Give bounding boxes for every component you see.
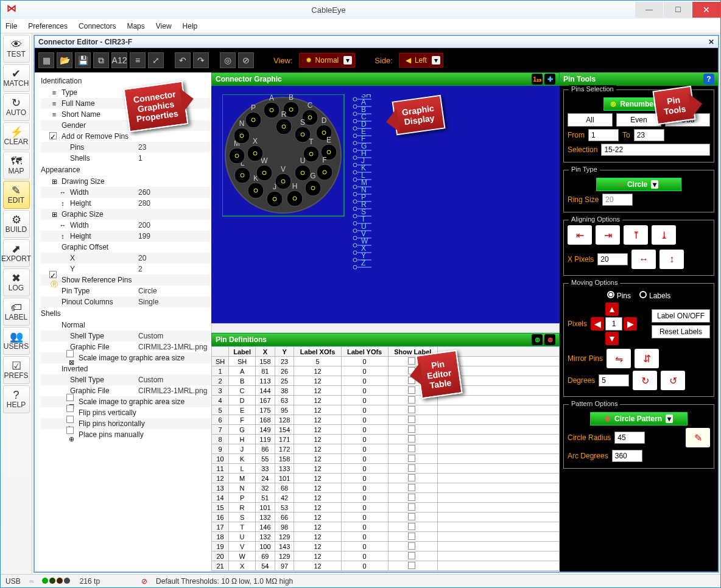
prop-row[interactable]: ↕Height199 (41, 231, 211, 242)
pin-definitions-grid[interactable]: LabelXYLabel XOfsLabel YOfsShow LabelSHS… (211, 346, 560, 572)
labels-radio[interactable] (639, 291, 647, 298)
pattern-select[interactable]: ⊚Circle Pattern (590, 412, 688, 425)
prop-row[interactable]: ⊠Scale image to graphic area size (41, 352, 211, 363)
toolbar-copy-button[interactable]: ⧉ (93, 52, 109, 68)
prop-row[interactable]: Shell TypeCustom (41, 331, 211, 341)
help-icon[interactable]: ? (703, 74, 714, 85)
sidebar-label-button[interactable]: 🏷LABEL (3, 298, 30, 326)
reset-labels-button[interactable]: Reset Labels (652, 325, 710, 338)
mirror-h-button[interactable]: ⇋ (607, 349, 631, 368)
graphic-scrollbar[interactable] (211, 323, 560, 333)
sidebar-prefs-button[interactable]: ☑PREFS (3, 356, 30, 384)
x-pixels-input[interactable] (597, 253, 628, 265)
rotate-ccw-button[interactable]: ↺ (661, 371, 685, 390)
prop-row[interactable]: Normal (41, 320, 211, 331)
pin-type-select[interactable]: ○Circle (596, 178, 681, 191)
graphic-header-btn-2[interactable]: ✚ (544, 74, 555, 85)
menu-maps[interactable]: Maps (127, 22, 144, 30)
menu-help[interactable]: Help (183, 22, 198, 30)
move-up-button[interactable]: ▲ (605, 303, 619, 316)
toolbar-target-button[interactable]: ◎ (220, 52, 236, 68)
menu-connectors[interactable]: Connectors (79, 22, 116, 30)
sidebar-auto-button[interactable]: ↻AUTO (3, 93, 30, 121)
align-bottom-button[interactable]: ⤓ (652, 225, 676, 245)
prop-row[interactable]: Pin TypeCircle (41, 285, 211, 296)
sidebar-users-button[interactable]: 👥USERS (3, 327, 30, 355)
toolbar-undo-button[interactable]: ↶ (175, 52, 191, 68)
move-left-button[interactable]: ◀ (591, 317, 604, 331)
sidebar-map-button[interactable]: 🗺MAP (3, 152, 30, 180)
toolbar-btn-5[interactable]: A12 (111, 52, 127, 68)
view-select[interactable]: ✹Normal (299, 53, 356, 68)
sidebar-test-button[interactable]: 👁TEST (3, 35, 30, 63)
prop-row[interactable]: ↔Width200 (41, 220, 211, 231)
circle-radius-input[interactable] (614, 432, 645, 444)
prop-row[interactable]: ↕Height280 (41, 198, 211, 209)
toolbar-btn-1[interactable]: ▦ (38, 52, 54, 68)
sidebar-help-button[interactable]: ?HELP (3, 385, 30, 413)
toolbar-btn-6[interactable]: ≡ (130, 52, 146, 68)
pins-radio[interactable] (607, 291, 614, 298)
move-down-button[interactable]: ▼ (605, 332, 619, 345)
window-minimize-button[interactable]: — (635, 2, 663, 18)
to-input[interactable] (634, 129, 664, 141)
prop-row[interactable]: Shells1 (41, 153, 211, 164)
apply-pattern-button[interactable]: ✎ (686, 428, 710, 447)
prop-row[interactable]: Pins23 (41, 142, 211, 153)
sidebar-log-button[interactable]: ✖LOG (3, 268, 30, 296)
window-maximize-button[interactable]: ☐ (664, 2, 692, 18)
toolbar-open-button[interactable]: 📂 (57, 52, 72, 68)
pindef-btn-2[interactable]: ⊚ (544, 334, 555, 345)
mirror-v-button[interactable]: ⇵ (635, 349, 659, 368)
status-usb: USB (5, 577, 21, 586)
toolbar-expand-button[interactable]: ⤢ (148, 52, 164, 68)
align-right-button[interactable]: ⇥ (596, 225, 620, 245)
prop-row[interactable]: Inverted (41, 363, 211, 374)
prop-row[interactable]: Y2 (41, 264, 211, 275)
pindef-btn-1[interactable]: ⊚ (532, 334, 543, 345)
properties-pane[interactable]: Identification≡TypeCUSTOM≡Full NameCIR23… (35, 72, 211, 572)
editor-close-button[interactable]: ✕ (708, 38, 714, 46)
prop-row[interactable]: ✓ⓇShow Reference Pins (41, 275, 211, 285)
side-select[interactable]: ◀Left (399, 53, 443, 68)
sidebar-edit-button[interactable]: ✎EDIT (3, 181, 30, 209)
prop-row[interactable]: ⊞Graphic Size (41, 209, 211, 220)
prop-row[interactable]: ⊞Drawing Size (41, 176, 211, 187)
menu-view[interactable]: View (156, 22, 172, 30)
prop-row[interactable]: ↔Width260 (41, 187, 211, 198)
rotate-cw-button[interactable]: ↻ (633, 371, 657, 390)
graphic-display[interactable]: ABCDEFGHJKLMNPRSTUVWXSHABCDEFGHJKLMNPRST… (211, 86, 560, 323)
move-right-button[interactable]: ▶ (624, 317, 637, 331)
menu-file[interactable]: File (5, 22, 17, 30)
graphic-header-btn-1[interactable]: 1₂₃ (532, 74, 543, 85)
prop-row[interactable]: Graphic Offset (41, 242, 211, 253)
toolbar-redo-button[interactable]: ↷ (193, 52, 209, 68)
sidebar-match-button[interactable]: ✔MATCH (3, 64, 30, 92)
distribute-h-button[interactable]: ↔ (631, 250, 656, 269)
even-button[interactable]: Even (616, 113, 661, 127)
align-left-button[interactable]: ⇤ (568, 225, 592, 245)
selection-input[interactable] (601, 144, 710, 156)
sidebar-clear-button[interactable]: ⚡CLEAR (3, 122, 30, 150)
sidebar-export-button[interactable]: ⬈EXPORT (3, 239, 30, 267)
svg-text:H: H (292, 182, 298, 191)
prop-row[interactable]: ✓Add or Remove Pins (41, 131, 211, 142)
distribute-v-button[interactable]: ↕ (659, 250, 684, 269)
degrees-input[interactable] (599, 374, 629, 387)
arc-degrees-input[interactable] (612, 450, 642, 462)
sidebar-build-button[interactable]: ⚙BUILD (3, 210, 30, 238)
menu-preferences[interactable]: Preferences (28, 22, 68, 30)
move-step-input[interactable] (605, 317, 622, 331)
align-top-button[interactable]: ⤒ (624, 225, 648, 245)
from-input[interactable] (588, 129, 619, 141)
prop-row[interactable]: ⊕Place pins manually (41, 429, 211, 440)
toolbar-cancel-button[interactable]: ⊘ (238, 52, 254, 68)
prop-row[interactable]: Pinout ColumnsSingle (41, 296, 211, 307)
toolbar-save-button[interactable]: 💾 (75, 52, 91, 68)
prop-row[interactable]: Shell TypeCustom (41, 374, 211, 385)
label-onoff-button[interactable]: Label ON/OFF (652, 309, 710, 323)
window-close-button[interactable]: ✕ (692, 2, 720, 18)
all-button[interactable]: All (568, 113, 613, 127)
prop-row[interactable]: X20 (41, 253, 211, 264)
ring-size-input[interactable] (602, 194, 633, 206)
